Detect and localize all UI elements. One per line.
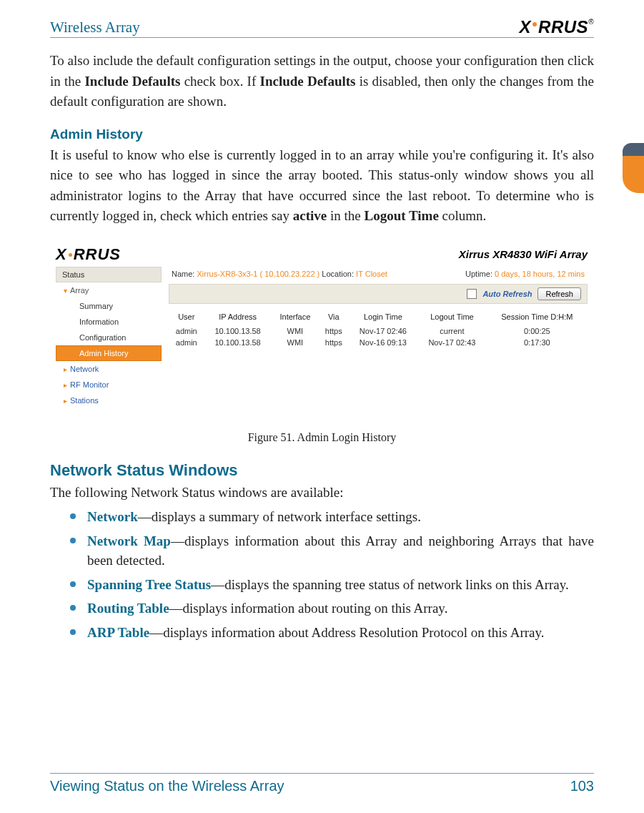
col-interface: Interface bbox=[272, 308, 319, 325]
cell: current bbox=[417, 325, 487, 337]
item-text: —displays the spanning tree status of ne… bbox=[211, 577, 569, 592]
link-arp-table[interactable]: ARP Table bbox=[87, 625, 149, 640]
link-network[interactable]: Network bbox=[87, 509, 138, 524]
cell: https bbox=[319, 325, 349, 337]
table-row: admin 10.100.13.58 WMI https Nov-16 09:1… bbox=[169, 337, 588, 348]
refresh-button[interactable]: Refresh bbox=[538, 287, 581, 300]
list-item: Spanning Tree Status—displays the spanni… bbox=[70, 575, 594, 595]
page-header: Wireless Array XRRUS® bbox=[50, 17, 594, 38]
figure-product-line: Xirrus XR4830 WiFi Array bbox=[459, 248, 588, 260]
sidebar-item-summary[interactable]: Summary bbox=[56, 298, 162, 314]
cell: WMI bbox=[272, 325, 319, 337]
sidebar-item-stations[interactable]: Stations bbox=[56, 393, 162, 408]
cell: admin bbox=[169, 337, 204, 348]
intro-mid1: check box. If bbox=[180, 74, 259, 89]
list-item: Network—displays a summary of network in… bbox=[70, 507, 594, 527]
table-row: admin 10.100.13.58 WMI https Nov-17 02:4… bbox=[169, 325, 588, 337]
item-text: —displays information about routing on t… bbox=[169, 601, 448, 616]
col-logout-time: Logout Time bbox=[417, 308, 487, 325]
network-status-list: Network—displays a summary of network in… bbox=[70, 507, 594, 642]
admin-history-paragraph: It is useful to know who else is current… bbox=[50, 145, 594, 227]
sidebar-item-network[interactable]: Network bbox=[56, 361, 162, 377]
figure-51: XRRUS Xirrus XR4830 WiFi Array Status Ar… bbox=[50, 241, 594, 444]
meta-ip-value: ( 10.100.23.222 ) bbox=[260, 270, 320, 278]
admin-history-table: User IP Address Interface Via Login Time… bbox=[169, 308, 588, 348]
cell: Nov-17 02:43 bbox=[417, 337, 487, 348]
network-status-heading: Network Status Windows bbox=[50, 461, 594, 480]
figure-brand-logo: XRRUS bbox=[56, 245, 121, 264]
col-ip: IP Address bbox=[204, 308, 272, 325]
side-tab-strip bbox=[623, 143, 644, 193]
link-spanning-tree[interactable]: Spanning Tree Status bbox=[87, 577, 211, 592]
meta-name-value: Xirrus-XR8-3x3-1 bbox=[197, 270, 257, 278]
table-header-row: User IP Address Interface Via Login Time… bbox=[169, 308, 588, 325]
intro-b2: Include Defaults bbox=[259, 74, 355, 89]
col-login-time: Login Time bbox=[349, 308, 418, 325]
ah-mid: in the bbox=[327, 208, 364, 223]
page-footer: Viewing Status on the Wireless Array 103 bbox=[50, 773, 594, 794]
ah-b1: active bbox=[293, 208, 327, 223]
brand-logo: XRRUS® bbox=[520, 17, 594, 37]
meta-uptime-label: Uptime: bbox=[465, 270, 492, 278]
meta-loc-value: IT Closet bbox=[356, 270, 387, 278]
figure-meta-bar: Name: Xirrus-XR8-3x3-1 ( 10.100.23.222 )… bbox=[169, 267, 588, 281]
sidebar-item-information[interactable]: Information bbox=[56, 314, 162, 330]
link-routing-table[interactable]: Routing Table bbox=[87, 601, 169, 616]
header-title: Wireless Array bbox=[50, 19, 140, 36]
auto-refresh-checkbox[interactable] bbox=[467, 289, 477, 299]
item-text: —displays information about Address Reso… bbox=[149, 625, 544, 640]
sidebar-item-configuration[interactable]: Configuration bbox=[56, 330, 162, 345]
footer-left: Viewing Status on the Wireless Array bbox=[50, 778, 284, 794]
figure-toolbar: Auto Refresh Refresh bbox=[169, 284, 588, 304]
cell: Nov-17 02:46 bbox=[349, 325, 418, 337]
sidebar-item-array[interactable]: Array bbox=[56, 282, 162, 298]
list-item: ARP Table—displays information about Add… bbox=[70, 623, 594, 643]
list-item: Routing Table—displays information about… bbox=[70, 598, 594, 619]
dot-icon bbox=[532, 22, 537, 26]
sidebar-head-status[interactable]: Status bbox=[56, 267, 162, 282]
intro-b1: Include Defaults bbox=[84, 74, 180, 89]
cell: 10.100.13.58 bbox=[204, 325, 272, 337]
col-session-time: Session Time D:H:M bbox=[487, 308, 588, 325]
figure-caption: Figure 51. Admin Login History bbox=[50, 431, 594, 444]
auto-refresh-label: Auto Refresh bbox=[482, 290, 532, 298]
footer-page-number: 103 bbox=[570, 778, 594, 794]
intro-paragraph: To also include the default configuratio… bbox=[50, 51, 594, 112]
list-item: Network Map—displays information about t… bbox=[70, 531, 594, 571]
admin-history-heading: Admin History bbox=[50, 127, 594, 142]
cell: admin bbox=[169, 325, 204, 337]
cell: 0:00:25 bbox=[487, 325, 588, 337]
col-via: Via bbox=[319, 308, 349, 325]
cell: WMI bbox=[272, 337, 319, 348]
figure-sidebar: Status Array Summary Information Configu… bbox=[56, 267, 162, 408]
dot-icon bbox=[69, 253, 72, 257]
sidebar-item-rf-monitor[interactable]: RF Monitor bbox=[56, 377, 162, 393]
meta-uptime-value: 0 days, 18 hours, 12 mins bbox=[495, 270, 585, 278]
cell: https bbox=[319, 337, 349, 348]
cell: Nov-16 09:13 bbox=[349, 337, 418, 348]
cell: 10.100.13.58 bbox=[204, 337, 272, 348]
meta-loc-label: Location: bbox=[322, 270, 354, 278]
network-status-intro: The following Network Status windows are… bbox=[50, 483, 594, 503]
link-network-map[interactable]: Network Map bbox=[87, 533, 171, 548]
sidebar-item-admin-history[interactable]: Admin History bbox=[56, 345, 162, 361]
col-user: User bbox=[169, 308, 204, 325]
ah-post: column. bbox=[439, 208, 487, 223]
ah-b2: Logout Time bbox=[365, 208, 439, 223]
cell: 0:17:30 bbox=[487, 337, 588, 348]
item-text: —displays a summary of network interface… bbox=[138, 509, 421, 524]
meta-name-label: Name: bbox=[172, 270, 194, 278]
